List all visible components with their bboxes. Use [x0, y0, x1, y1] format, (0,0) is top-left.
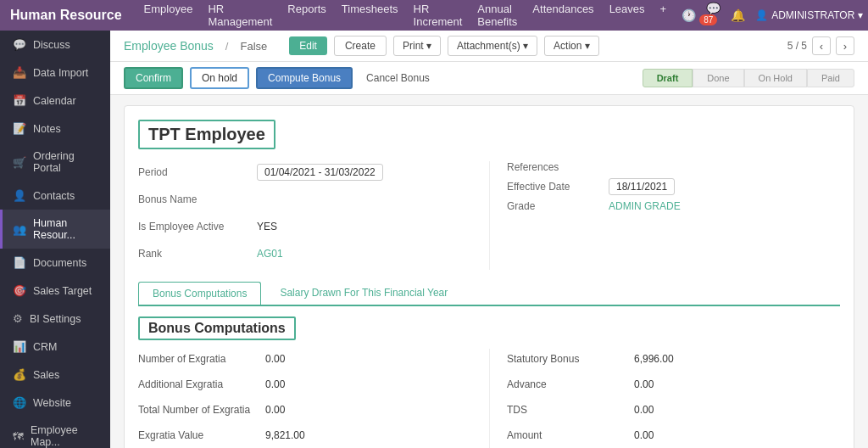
effective-date-row: Effective Date 18/11/2021 — [507, 178, 840, 195]
num-exgratia-label: Number of Exgratia — [138, 353, 265, 365]
nav-reports[interactable]: Reports — [287, 1, 326, 30]
confirm-button[interactable]: Confirm — [124, 67, 183, 89]
nav-attendances[interactable]: Attendances — [532, 1, 593, 30]
app-brand: Human Resource — [10, 8, 122, 23]
subheader: Employee Bonus / False Edit Create Print… — [110, 31, 868, 62]
sidebar: 💬 Discuss 📥 Data Import 📅 Calendar 📝 Not… — [0, 31, 110, 448]
sidebar-label-website: Website — [33, 397, 71, 409]
sidebar-item-discuss[interactable]: 💬 Discuss — [0, 31, 110, 59]
sidebar-item-human-resource[interactable]: 👥 Human Resour... — [0, 210, 110, 249]
sidebar-item-bi-settings[interactable]: ⚙ BI Settings — [0, 305, 110, 333]
on-hold-button[interactable]: On hold — [190, 67, 249, 89]
sidebar-item-calendar[interactable]: 📅 Calendar — [0, 87, 110, 115]
bonus-row-total-exgratia: Total Number of Exgratia 0.00 — [138, 400, 472, 420]
compute-bonus-button[interactable]: Compute Bonus — [256, 67, 353, 89]
prev-record-button[interactable]: ‹ — [812, 36, 831, 55]
tabs-bar: Bonus Computations Salary Drawn For This… — [138, 282, 840, 306]
nav-hr-management[interactable]: HR Management — [208, 1, 272, 30]
notif-badge: 87 — [699, 14, 717, 25]
print-button[interactable]: Print ▾ — [393, 36, 441, 56]
effective-date-value[interactable]: 18/11/2021 — [609, 178, 675, 195]
employee-active-row: Is Employee Active YES — [138, 216, 472, 238]
rank-row: Rank AG01 — [138, 243, 472, 265]
topnav-menu: Employee HR Management Reports Timesheet… — [144, 1, 667, 30]
next-record-button[interactable]: › — [836, 36, 854, 55]
sidebar-item-documents[interactable]: 📄 Documents — [0, 249, 110, 277]
sidebar-item-data-import[interactable]: 📥 Data Import — [0, 59, 110, 87]
sidebar-item-sales-target[interactable]: 🎯 Sales Target — [0, 277, 110, 305]
human-resource-icon: 👥 — [13, 223, 26, 236]
status-draft[interactable]: Draft — [643, 69, 693, 87]
sidebar-item-employee-map[interactable]: 🗺 Employee Map... — [0, 417, 110, 448]
attachments-button[interactable]: Attachment(s) ▾ — [448, 36, 537, 56]
discuss-icon: 💬 — [13, 38, 26, 51]
subheader-actions: Edit Create Print ▾ Attachment(s) ▾ Acti… — [289, 36, 599, 56]
breadcrumb-link[interactable]: Employee Bonus — [124, 39, 214, 53]
grade-value[interactable]: ADMIN GRADE — [609, 200, 681, 212]
sidebar-item-notes[interactable]: 📝 Notes — [0, 115, 110, 143]
exgratia-val-value: 9,821.00 — [265, 429, 305, 441]
bonus-row-advance: Advance 0.00 — [507, 374, 840, 395]
sidebar-label-documents: Documents — [33, 257, 86, 269]
sidebar-item-ordering-portal[interactable]: 🛒 Ordering Portal — [0, 143, 110, 182]
bonus-name-row: Bonus Name — [138, 188, 472, 210]
bell-icon[interactable]: 🔔 — [731, 8, 745, 22]
tab-salary-drawn[interactable]: Salary Drawn For This Financial Year — [266, 282, 461, 305]
nav-hr-increment[interactable]: HR Increment — [414, 1, 463, 30]
total-exgratia-value: 0.00 — [265, 404, 285, 416]
sales-icon: 💰 — [13, 368, 26, 381]
create-button[interactable]: Create — [334, 36, 387, 56]
nav-add[interactable]: + — [660, 1, 667, 30]
user-label: ADMINISTRATOR — [771, 9, 854, 21]
sidebar-label-crm: CRM — [33, 341, 57, 353]
tds-value: 0.00 — [634, 404, 654, 416]
layout: 💬 Discuss 📥 Data Import 📅 Calendar 📝 Not… — [0, 31, 868, 448]
bonus-row-statutory: Statutory Bonus 6,996.00 — [507, 349, 840, 369]
grade-row: Grade ADMIN GRADE — [507, 200, 840, 212]
form-left-section: Period 01/04/2021 - 31/03/2022 Bonus Nam… — [138, 161, 489, 270]
advance-label: Advance — [507, 378, 634, 390]
bonus-row-tds: TDS 0.00 — [507, 400, 840, 420]
form-right-section: References Effective Date 18/11/2021 Gra… — [489, 161, 840, 270]
chat-icon[interactable]: 💬87 — [706, 2, 721, 29]
action-button[interactable]: Action ▾ — [544, 36, 599, 56]
user-avatar-icon: 👤 — [755, 9, 768, 21]
rank-label: Rank — [138, 248, 257, 260]
user-menu[interactable]: 👤 ADMINISTRATOR ▾ — [755, 9, 863, 21]
breadcrumb-current: False — [240, 40, 267, 53]
cancel-bonus-button[interactable]: Cancel Bonus — [359, 69, 437, 87]
status-on-hold[interactable]: On Hold — [744, 69, 807, 87]
effective-date-label: Effective Date — [507, 181, 609, 193]
status-paid[interactable]: Paid — [807, 69, 854, 87]
nav-annual-benefits[interactable]: Annual Benefits — [477, 1, 517, 30]
bi-settings-icon: ⚙ — [13, 312, 23, 325]
form-card: TPT Employee Period 01/04/2021 - 31/03/2… — [124, 105, 854, 448]
statutory-bonus-value: 6,996.00 — [634, 353, 674, 365]
sidebar-item-sales[interactable]: 💰 Sales — [0, 361, 110, 389]
edit-button[interactable]: Edit — [289, 36, 327, 55]
sidebar-label-data-import: Data Import — [33, 67, 88, 79]
sidebar-item-crm[interactable]: 📊 CRM — [0, 333, 110, 361]
tab-bonus-computations[interactable]: Bonus Computations — [138, 282, 261, 305]
sidebar-item-contacts[interactable]: 👤 Contacts — [0, 182, 110, 210]
period-value[interactable]: 01/04/2021 - 31/03/2022 — [257, 164, 383, 181]
crm-icon: 📊 — [13, 340, 26, 353]
period-label: Period — [138, 166, 257, 178]
amount-label: Amount — [507, 429, 634, 441]
rank-value[interactable]: AG01 — [257, 248, 283, 260]
form-content: TPT Employee Period 01/04/2021 - 31/03/2… — [110, 95, 868, 448]
tds-label: TDS — [507, 404, 634, 416]
nav-employee[interactable]: Employee — [144, 1, 193, 30]
data-import-icon: 📥 — [13, 66, 26, 79]
documents-icon: 📄 — [13, 256, 26, 269]
sales-target-icon: 🎯 — [13, 284, 26, 297]
total-exgratia-label: Total Number of Exgratia — [138, 404, 265, 416]
employee-active-label: Is Employee Active — [138, 221, 257, 232]
clock-icon[interactable]: 🕐 — [682, 8, 696, 22]
add-exgratia-label: Additional Exgratia — [138, 378, 265, 390]
status-done[interactable]: Done — [693, 69, 743, 87]
calendar-icon: 📅 — [13, 94, 26, 107]
nav-timesheets[interactable]: Timesheets — [342, 1, 398, 30]
sidebar-item-website[interactable]: 🌐 Website — [0, 389, 110, 417]
nav-leaves[interactable]: Leaves — [609, 1, 645, 30]
